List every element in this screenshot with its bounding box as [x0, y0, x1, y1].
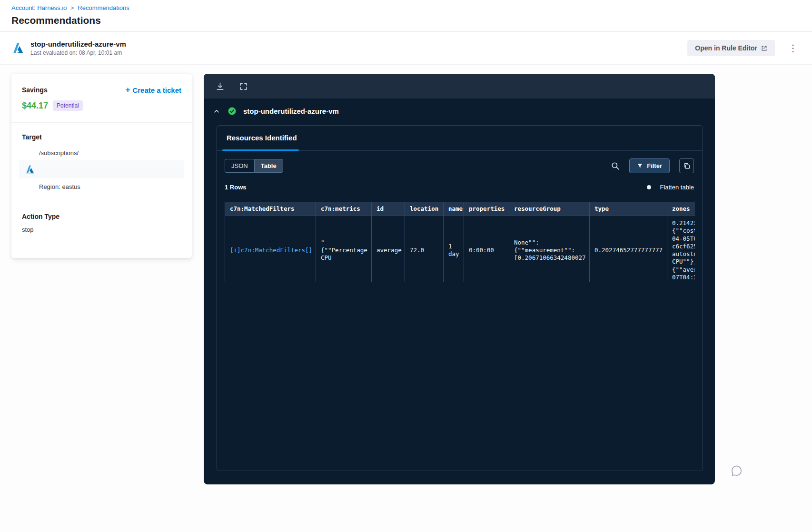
search-icon[interactable]: [611, 161, 620, 170]
copy-icon[interactable]: [679, 158, 694, 173]
filter-label: Filter: [647, 162, 662, 169]
column-header: type: [590, 202, 667, 216]
table-cell: 0.21423 {""cost 04-05T0 c6cf625 autosto …: [667, 216, 695, 282]
help-bubble-icon[interactable]: [730, 464, 743, 477]
column-header: name: [444, 202, 464, 216]
table-row: [+]c7n:MatchedFilters[] " {""Percentage …: [225, 216, 695, 282]
recommendation-title: stop-underutilized-azure-vm: [30, 40, 126, 48]
collapse-chevron-icon[interactable]: [212, 107, 221, 116]
external-link-icon: [761, 45, 767, 51]
breadcrumb-separator: >: [70, 5, 74, 11]
table-header-row: c7n:MatchedFilters c7n:metrics id locati…: [225, 202, 695, 216]
card-divider: [11, 202, 192, 202]
column-header: location: [405, 202, 444, 216]
column-header: resourceGroup: [509, 202, 590, 216]
target-path: /subscriptions/: [39, 149, 181, 157]
recommendation-header: stop-underutilized-azure-vm Last evaluat…: [0, 32, 812, 65]
open-rule-editor-label: Open in Rule Editor: [695, 44, 757, 52]
table-cell: 0:00:00: [464, 216, 509, 282]
column-header: c7n:MatchedFilters: [225, 202, 316, 216]
column-header: c7n:metrics: [316, 202, 372, 216]
view-toggle: JSON Table: [225, 159, 283, 173]
savings-amount: $44.17: [22, 101, 48, 111]
azure-icon: [11, 41, 25, 55]
resources-panel: Resources Identified JSON Table: [217, 125, 703, 471]
column-header: zones: [667, 202, 695, 216]
create-ticket-label: Create a ticket: [132, 86, 181, 94]
success-check-icon: [228, 107, 237, 116]
savings-card: Savings + Create a ticket $44.17 Potenti…: [11, 74, 192, 258]
breadcrumb: Account: Harness.io > Recommendations: [11, 4, 129, 11]
filter-button[interactable]: Filter: [629, 158, 670, 173]
column-header: properties: [464, 202, 509, 216]
table-cell: average: [372, 216, 405, 282]
recommendations-page: Account: Harness.io > Recommendations Re…: [0, 0, 812, 532]
rule-output-panel: stop-underutilized-azure-vm Resources Id…: [204, 74, 715, 484]
output-rule-title: stop-underutilized-azure-vm: [243, 107, 339, 115]
create-ticket-button[interactable]: + Create a ticket: [126, 85, 182, 95]
action-type-value: stop: [22, 226, 181, 233]
results-table-container: c7n:MatchedFilters c7n:metrics id locati…: [225, 202, 695, 282]
flatten-table-toggle[interactable]: [647, 185, 651, 189]
active-tab-underline: [222, 149, 299, 151]
savings-label: Savings: [22, 86, 48, 94]
json-view-button[interactable]: JSON: [225, 159, 254, 173]
table-cell: 0.20274652777777777: [590, 216, 667, 282]
table-cell: None"": {""measurement"": [0.20671066342…: [509, 216, 590, 282]
tab-bar: Resources Identified: [217, 126, 703, 151]
target-row: [19, 160, 184, 178]
action-type-label: Action Type: [22, 213, 181, 220]
column-header: id: [372, 202, 405, 216]
fullscreen-icon[interactable]: [239, 82, 248, 91]
filter-icon: [637, 163, 643, 169]
rows-count: 1 Rows: [225, 184, 247, 191]
azure-icon: [25, 164, 35, 175]
matched-filters-expand-link[interactable]: [+]c7n:MatchedFilters[]: [225, 216, 316, 282]
table-cell: 72.0: [405, 216, 444, 282]
last-evaluated-text: Last evaluated on: 08 Apr, 10:01 am: [30, 49, 126, 56]
tab-resources-identified[interactable]: Resources Identified: [227, 134, 297, 142]
target-label: Target: [22, 133, 181, 141]
download-icon[interactable]: [216, 82, 225, 91]
page-title: Recommendations: [11, 15, 101, 26]
card-divider: [11, 122, 192, 123]
plus-icon: +: [126, 85, 130, 95]
kebab-menu-icon[interactable]: ⋮: [785, 42, 801, 54]
region-text: Region: eastus: [39, 183, 181, 190]
open-rule-editor-button[interactable]: Open in Rule Editor: [687, 40, 775, 56]
breadcrumb-recommendations-link[interactable]: Recommendations: [78, 4, 129, 11]
breadcrumb-account-link[interactable]: Account: Harness.io: [11, 4, 67, 11]
table-view-button[interactable]: Table: [254, 159, 283, 173]
table-cell: " {""Percentage CPU: [316, 216, 372, 282]
flatten-table-label: Flatten table: [660, 184, 694, 191]
potential-badge: Potential: [53, 100, 83, 111]
results-table: c7n:MatchedFilters c7n:metrics id locati…: [225, 202, 695, 282]
table-cell: 1 day: [444, 216, 464, 282]
output-toolbar: [204, 74, 715, 99]
